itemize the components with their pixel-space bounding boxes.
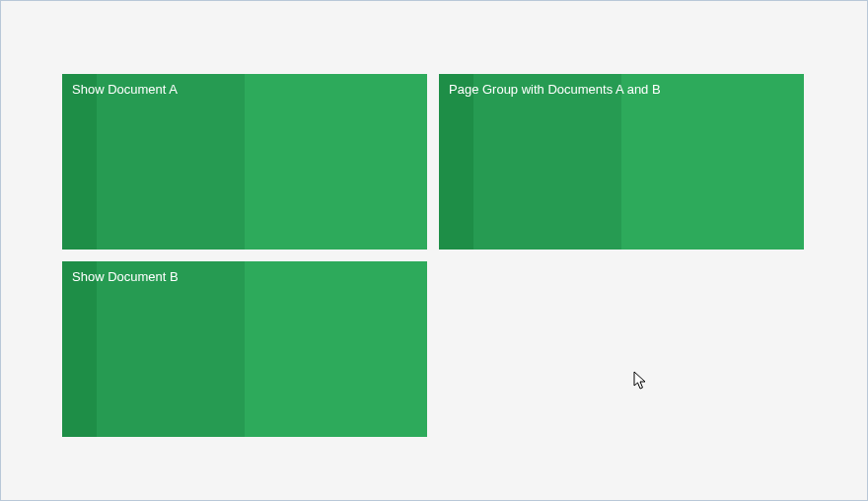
tile-band (245, 74, 427, 250)
tile-band (473, 74, 621, 250)
tile-label: Show Document B (72, 269, 179, 284)
tile-page-group-documents-a-b[interactable]: Page Group with Documents A and B (439, 74, 804, 250)
tile-label: Page Group with Documents A and B (449, 82, 661, 97)
tile-show-document-a[interactable]: Show Document A (62, 74, 427, 250)
tile-band (621, 74, 804, 250)
tile-band (97, 74, 245, 250)
tile-band (62, 74, 97, 250)
tile-show-document-b[interactable]: Show Document B (62, 261, 427, 437)
tile-container: Show Document A Page Group with Document… (62, 74, 804, 437)
tile-label: Show Document A (72, 82, 178, 97)
tile-band (439, 74, 473, 250)
tile-band (245, 261, 427, 437)
tile-band (97, 261, 245, 437)
tile-band (62, 261, 97, 437)
